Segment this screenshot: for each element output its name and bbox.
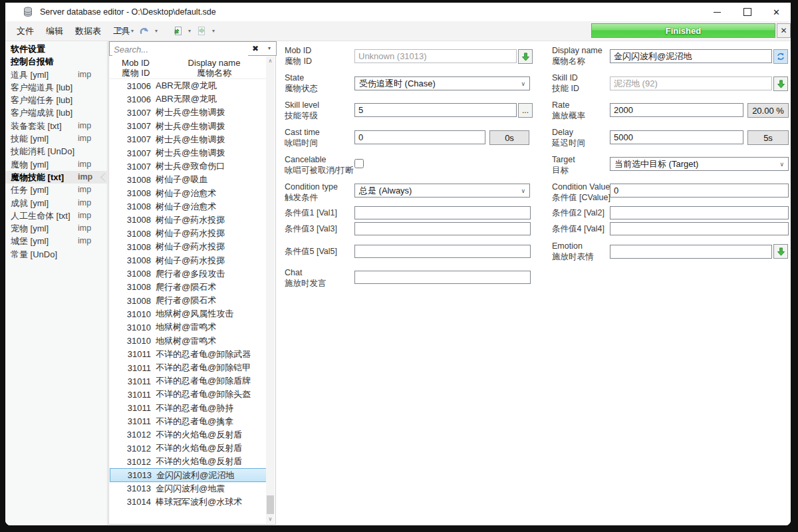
list-item[interactable]: 31007 树士兵@生物调拨 bbox=[110, 120, 267, 133]
scroll-up-icon[interactable]: ∧ bbox=[266, 57, 275, 65]
search-clear-icon[interactable]: ✖ bbox=[252, 44, 259, 53]
list-item[interactable]: 31011 不详的忍者龟@卸除头盔 bbox=[110, 388, 267, 401]
list-item[interactable]: 31007 树士兵@生物调拨 bbox=[110, 133, 267, 146]
delay-input[interactable] bbox=[610, 130, 743, 144]
list-item[interactable]: 31008 树仙子@药水投掷 bbox=[110, 253, 267, 267]
undo-button[interactable] bbox=[113, 24, 128, 39]
list-item[interactable]: 31006 ABR无限@龙吼 bbox=[110, 92, 267, 106]
column-header-mob-id[interactable]: Mob ID 魔物 ID bbox=[110, 57, 162, 78]
list-item[interactable]: 31008 树仙子@药水投掷 bbox=[110, 213, 267, 227]
list-item[interactable]: 31012 不详的火焰龟@反射盾 bbox=[110, 455, 267, 468]
cast-time-input[interactable] bbox=[354, 130, 485, 144]
mob-id-cell: 31008 bbox=[110, 175, 151, 185]
list-item[interactable]: 31010 地狱树@风属性攻击 bbox=[110, 307, 267, 321]
display-name-sync-button[interactable] bbox=[773, 49, 788, 64]
sidebar-item[interactable]: 技能消耗 [UnDo] bbox=[5, 145, 107, 158]
column-header-display-name[interactable]: Display name 魔物名称 bbox=[162, 57, 267, 78]
chat-input[interactable] bbox=[354, 271, 531, 284]
val4-input[interactable] bbox=[610, 222, 789, 235]
sidebar-item[interactable]: 任务 [yml] imp bbox=[5, 184, 107, 196]
list-item[interactable]: 31014 棒球冠军波利@水球术 bbox=[110, 495, 267, 509]
mob-id-cell: 31008 bbox=[110, 242, 151, 252]
sidebar-item[interactable]: 常量 [UnDo] bbox=[5, 248, 107, 261]
list-item[interactable]: 31012 不详的火焰龟@反射盾 bbox=[110, 428, 267, 442]
skill-id-input[interactable] bbox=[610, 76, 772, 90]
list-scrollbar[interactable]: ∧ ∨ bbox=[266, 57, 275, 523]
sidebar-item[interactable]: 城堡 [yml] imp bbox=[5, 235, 107, 247]
rate-input[interactable] bbox=[610, 103, 743, 117]
condition-type-select[interactable]: 总是 (Always) ∨ bbox=[354, 184, 530, 198]
maximize-button[interactable] bbox=[732, 3, 762, 21]
skill-level-more-button[interactable]: ... bbox=[518, 103, 533, 118]
list-item[interactable]: 31008 树仙子@治愈术 bbox=[110, 187, 267, 200]
sidebar-item[interactable]: 软件设置 bbox=[5, 43, 107, 55]
list-item[interactable]: 31013 金闪闪波利@泥沼地 bbox=[110, 468, 267, 481]
menu-item[interactable]: 编辑 bbox=[40, 25, 69, 37]
emotion-input[interactable] bbox=[610, 245, 772, 259]
emotion-lookup-button[interactable] bbox=[773, 244, 788, 259]
close-button[interactable]: ✕ bbox=[762, 3, 791, 21]
scroll-down-icon[interactable]: ∨ bbox=[266, 515, 275, 523]
minimize-button[interactable] bbox=[702, 3, 732, 21]
sidebar-item[interactable]: 技能 [yml] imp bbox=[5, 132, 107, 145]
search-dropdown-caret[interactable]: ▾ bbox=[268, 45, 271, 51]
mob-id-lookup-button[interactable] bbox=[518, 49, 533, 64]
list-item[interactable]: 31008 树仙子@药水投掷 bbox=[110, 240, 267, 253]
list-item[interactable]: 31008 爬行者@多段攻击 bbox=[110, 267, 267, 281]
redo-button[interactable] bbox=[137, 24, 152, 39]
scrollbar-thumb[interactable] bbox=[267, 495, 274, 514]
val3-input[interactable] bbox=[354, 222, 531, 235]
export-button[interactable] bbox=[194, 24, 209, 39]
val1-input[interactable] bbox=[354, 206, 531, 219]
list-item[interactable]: 31011 不详的忍者龟@卸除铠甲 bbox=[110, 361, 267, 374]
list-item[interactable]: 31008 爬行者@陨石术 bbox=[110, 281, 267, 294]
export-dropdown-caret[interactable]: ▾ bbox=[210, 28, 217, 34]
target-select[interactable]: 当前选中目标 (Target) ∨ bbox=[610, 157, 789, 171]
mob-id-input[interactable] bbox=[354, 49, 517, 63]
sidebar-item[interactable]: 客户端任务 [lub] bbox=[5, 94, 107, 106]
cancelable-checkbox[interactable] bbox=[354, 159, 364, 168]
val2-input[interactable] bbox=[610, 206, 789, 219]
list-item[interactable]: 31011 不详的忍者龟@擒拿 bbox=[110, 415, 267, 428]
redo-dropdown-caret[interactable]: ▾ bbox=[153, 28, 160, 34]
list-item[interactable]: 31011 不详的忍者龟@卸除武器 bbox=[110, 348, 267, 361]
list-item[interactable]: 31012 不详的火焰龟@反射盾 bbox=[110, 442, 267, 455]
list-item[interactable]: 31007 树士兵@致命伤口 bbox=[110, 160, 267, 173]
sidebar-item[interactable]: 人工生命体 [txt] imp bbox=[5, 209, 107, 222]
sidebar-item[interactable]: 宠物 [yml] imp bbox=[5, 222, 107, 235]
sidebar-item[interactable]: 道具 [yml] imp bbox=[5, 68, 107, 81]
skill-level-input[interactable] bbox=[354, 103, 517, 117]
sidebar-item[interactable]: 控制台报错 bbox=[5, 55, 107, 68]
undo-dropdown-caret[interactable]: ▾ bbox=[129, 28, 136, 34]
sidebar-item[interactable]: 客户端道具 [lub] bbox=[5, 81, 107, 94]
condition-value-input[interactable] bbox=[610, 184, 789, 198]
list-item[interactable]: 31011 不详的忍者龟@胁持 bbox=[110, 402, 267, 415]
sidebar-item[interactable]: 魔物技能 [txt] imp bbox=[5, 171, 107, 184]
search-input[interactable] bbox=[112, 43, 248, 56]
list-item[interactable]: 31011 不详的忍者龟@卸除盾牌 bbox=[110, 374, 267, 388]
import-button[interactable] bbox=[170, 24, 185, 39]
skill-id-lookup-button[interactable] bbox=[773, 76, 788, 91]
list-item[interactable]: 31013 金闪闪波利@地震 bbox=[110, 482, 267, 495]
val5-input[interactable] bbox=[354, 245, 531, 258]
list-item[interactable]: 31008 树仙子@药水投掷 bbox=[110, 227, 267, 240]
menu-item[interactable]: 文件 bbox=[11, 25, 40, 37]
list-item[interactable]: 31007 树士兵@生物调拨 bbox=[110, 106, 267, 119]
progress-close-button[interactable]: ✕ bbox=[777, 23, 791, 38]
list-item[interactable]: 31006 ABR无限@龙吼 bbox=[110, 79, 267, 92]
sidebar-item[interactable]: 成就 [yml] imp bbox=[5, 197, 107, 209]
display-name-input[interactable] bbox=[610, 49, 772, 63]
list-item[interactable]: 31007 树士兵@生物调拨 bbox=[110, 146, 267, 160]
menu-item[interactable]: 数据表 bbox=[69, 25, 107, 37]
list-item[interactable]: 31010 地狱树@雷鸣术 bbox=[110, 321, 267, 334]
sidebar-item[interactable]: 装备套装 [txt] imp bbox=[5, 120, 107, 132]
import-dropdown-caret[interactable]: ▾ bbox=[186, 28, 193, 34]
state-select[interactable]: 受伤追逐时 (Chase) ∨ bbox=[354, 76, 530, 90]
sidebar-item[interactable]: 客户端成就 [lub] bbox=[5, 106, 107, 119]
list-item[interactable]: 31008 爬行者@陨石术 bbox=[110, 294, 267, 307]
list-item[interactable]: 31010 地狱树@雷鸣术 bbox=[110, 334, 267, 348]
list-item[interactable]: 31008 树仙子@吸血 bbox=[110, 173, 267, 186]
sidebar-item[interactable]: 魔物 [yml] imp bbox=[5, 158, 107, 171]
chevron-down-icon: ∨ bbox=[521, 185, 525, 198]
list-item[interactable]: 31008 树仙子@治愈术 bbox=[110, 200, 267, 213]
